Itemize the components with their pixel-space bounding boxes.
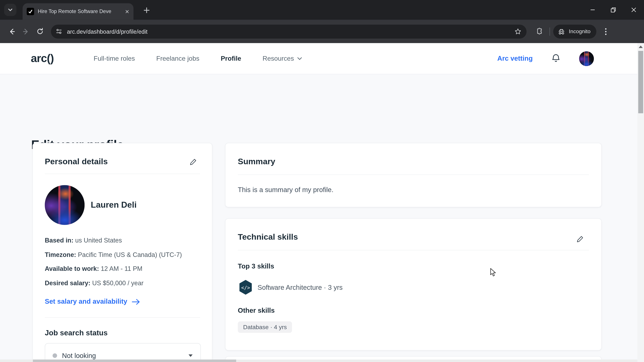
top-skill-row: </> Software Architecture · 3 yrs: [239, 280, 343, 295]
summary-card: Summary This is a summary of my profile.: [225, 143, 602, 207]
summary-body: This is a summary of my profile.: [238, 186, 334, 194]
chevron-down-icon: [297, 57, 302, 60]
personal-details-heading: Personal details: [45, 157, 108, 166]
close-window-button[interactable]: [624, 0, 644, 20]
technical-skills-heading: Technical skills: [238, 232, 298, 242]
timezone-label: Timezone:: [45, 251, 76, 258]
arc-logo[interactable]: arc(): [31, 52, 54, 65]
extensions-icon[interactable]: [532, 24, 546, 38]
technical-skills-card: Technical skills Top 3 skills </> Softwa…: [225, 218, 602, 351]
nav-freelance-jobs[interactable]: Freelance jobs: [156, 55, 200, 62]
job-status-select[interactable]: Not looking: [45, 343, 201, 362]
tab-title: Hire Top Remote Software Deve: [38, 8, 123, 14]
incognito-label: Incognito: [569, 28, 590, 34]
incognito-badge: Incognito: [553, 24, 596, 38]
url-text[interactable]: arc.dev/dashboard/d/profile/edit: [67, 28, 514, 35]
arc-favicon-icon: [27, 8, 34, 15]
horizontal-scrollbar-thumb[interactable]: [33, 360, 236, 362]
address-bar[interactable]: arc.dev/dashboard/d/profile/edit: [51, 24, 526, 38]
header-right: Arc vetting: [497, 43, 594, 74]
arc-vetting-link[interactable]: Arc vetting: [497, 55, 533, 62]
chevron-down-icon: [8, 7, 13, 13]
availability-row: Available to work: 12 AM - 11 PM: [45, 262, 182, 276]
nav-resources-label: Resources: [262, 55, 294, 62]
select-caret-icon: [188, 354, 193, 357]
window-controls: [582, 0, 644, 20]
toolbar-divider: [550, 27, 550, 35]
based-in-value: us United States: [75, 237, 122, 244]
profile-photo[interactable]: [45, 185, 85, 225]
timezone-value: Pacific Time (US & Canada) (UTC-7): [78, 251, 182, 258]
nav-full-time-roles[interactable]: Full-time roles: [94, 55, 135, 62]
tab-search-button[interactable]: [4, 4, 16, 16]
incognito-icon: [557, 28, 566, 35]
edit-personal-details-icon[interactable]: [189, 158, 197, 166]
salary-row: Desired salary: US $50,000 / year: [45, 276, 182, 290]
salary-value: US $50,000 / year: [92, 279, 144, 286]
browser-tab-strip: Hire Top Remote Software Deve ✕: [0, 0, 644, 20]
based-in-row: Based in: us United States: [45, 233, 182, 248]
new-tab-button[interactable]: [141, 5, 152, 15]
site-header: arc() Full-time roles Freelance jobs Pro…: [0, 43, 638, 74]
scroll-up-arrow[interactable]: [639, 45, 643, 48]
edit-technical-skills-icon[interactable]: [576, 235, 584, 243]
nav-profile[interactable]: Profile: [221, 55, 241, 62]
arrow-right-icon: [131, 298, 140, 305]
back-button[interactable]: [5, 24, 19, 38]
mouse-cursor: [490, 268, 498, 277]
set-salary-label: Set salary and availability: [45, 298, 127, 306]
page-content: arc() Full-time roles Freelance jobs Pro…: [0, 43, 644, 362]
bookmark-star-icon[interactable]: [514, 28, 522, 35]
browser-menu-icon[interactable]: [599, 24, 613, 38]
job-status-value: Not looking: [62, 352, 183, 360]
browser-tab[interactable]: Hire Top Remote Software Deve ✕: [23, 3, 134, 20]
top-skill-label: Software Architecture · 3 yrs: [258, 283, 343, 291]
main-nav: Full-time roles Freelance jobs Profile R…: [94, 43, 302, 74]
screen: Hire Top Remote Software Deve ✕: [0, 0, 644, 362]
scrollbar-thumb[interactable]: [638, 51, 643, 113]
code-hexagon-icon: </>: [239, 280, 252, 295]
availability-value: 12 AM - 11 PM: [101, 265, 142, 272]
browser-toolbar: arc.dev/dashboard/d/profile/edit Incogni…: [0, 20, 644, 43]
forward-button[interactable]: [19, 24, 33, 38]
salary-label: Desired salary:: [45, 279, 90, 286]
svg-text:</>: </>: [241, 285, 250, 291]
job-search-status-heading: Job search status: [45, 329, 108, 337]
user-avatar[interactable]: [579, 51, 594, 66]
minimize-button[interactable]: [582, 0, 603, 20]
horizontal-scrollbar[interactable]: [0, 360, 638, 362]
other-skill-label: Database · 4 yrs: [238, 322, 292, 333]
availability-label: Available to work:: [45, 265, 99, 272]
other-skill-badge[interactable]: Database · 4 yrs: [238, 322, 292, 333]
other-skills-heading: Other skills: [238, 307, 275, 314]
set-salary-availability-link[interactable]: Set salary and availability: [45, 298, 140, 306]
restore-button[interactable]: [603, 0, 623, 20]
reload-button[interactable]: [33, 24, 47, 38]
based-in-label: Based in:: [45, 237, 74, 244]
top-skills-heading: Top 3 skills: [238, 262, 274, 270]
summary-heading: Summary: [238, 157, 275, 166]
vertical-scrollbar[interactable]: [638, 43, 644, 362]
site-settings-icon[interactable]: [56, 28, 62, 34]
personal-details-card: Personal details Lauren Deli Based in: u…: [32, 143, 212, 362]
profile-name: Lauren Deli: [91, 200, 136, 210]
notifications-bell-icon[interactable]: [551, 53, 561, 63]
status-dot-icon: [52, 353, 57, 358]
tab-close-icon[interactable]: ✕: [125, 9, 130, 14]
nav-resources[interactable]: Resources: [262, 55, 302, 62]
personal-details-list: Based in: us United States Timezone: Pac…: [45, 233, 182, 290]
timezone-row: Timezone: Pacific Time (US & Canada) (UT…: [45, 248, 182, 262]
